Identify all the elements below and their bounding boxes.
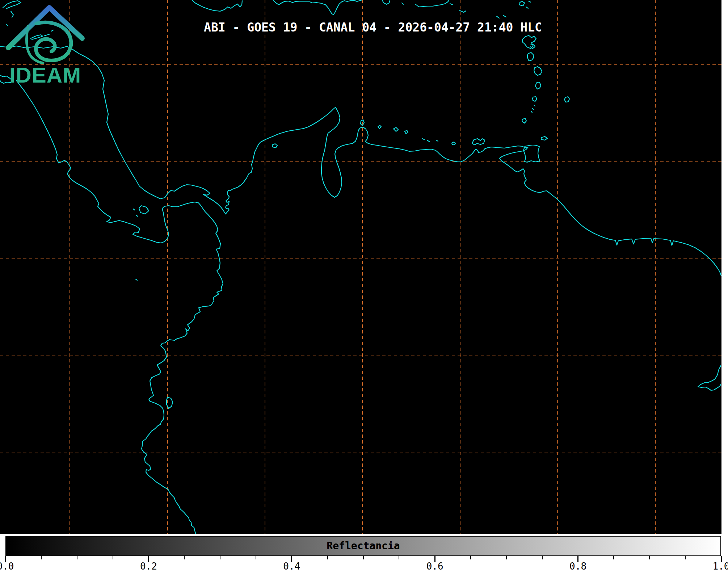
image-title: ABI - GOES 19 - CANAL 04 - 2026-04-27 21… [204,20,542,34]
colorbar-minor-tick [470,556,471,559]
coastline [450,4,453,5]
colorbar-tick-label: 0.8 [569,561,586,571]
latlon-gridlines-layer [0,0,721,534]
coastline [531,112,532,113]
logo-swirl-icon [36,22,71,60]
coastline [382,0,390,4]
coastline [472,139,485,145]
coastline [272,144,277,148]
colorbar-minor-tick [542,556,543,559]
colorbar-minor-tick [41,556,42,559]
coastline [139,206,149,214]
coastline [416,0,449,7]
colorbar-minor-tick [113,556,113,559]
map-layers [0,0,721,534]
colorbar-minor-tick [184,556,185,559]
coastline [504,16,506,17]
colorbar-minor-tick [220,556,220,559]
coastline [460,11,466,12]
colorbar-label: Reflectancia [327,540,400,552]
colorbar-minor-tick [256,556,256,559]
colorbar-tick-label: 0.0 [0,561,14,571]
coastline [541,137,547,140]
coastline [428,140,429,142]
coastline [136,215,138,217]
coastline [273,0,362,15]
colorbar-tick-label: 1.0 [713,561,728,571]
coastline [564,97,569,102]
coastline [422,139,425,140]
coastline [133,209,135,210]
coastline [522,118,526,123]
coastline [402,3,403,4]
colorbar-minor-tick [506,556,507,559]
coastline [527,53,534,61]
colorbar-minor-tick [363,556,364,559]
coastline [533,109,534,110]
colorbar: Reflectancia [5,536,721,556]
coastline [192,0,242,11]
colorbar-minor-tick [399,556,399,559]
coastline [522,35,536,49]
colorbar-tick-label: 0.6 [426,561,443,571]
coastline [0,46,721,276]
coastlines-layer [0,0,721,534]
coastline [378,125,381,129]
coastline [698,366,721,390]
colorbar-minor-tick [649,556,650,559]
coastline [497,16,499,18]
coastline [519,1,525,6]
coastline [436,140,438,141]
colorbar-tick-label: 0.4 [283,561,300,571]
map-canvas: ABI - GOES 19 - CANAL 04 - 2026-04-27 21… [0,0,721,534]
coastline [529,1,531,2]
coastline [136,279,137,280]
colorbar-tick-label: 0.2 [140,561,157,571]
coastline [394,127,398,131]
colorbar-minor-tick [685,556,686,559]
coastline [535,82,541,89]
satellite-image-figure: ABI - GOES 19 - CANAL 04 - 2026-04-27 21… [0,0,728,571]
coastline [452,142,456,145]
ideam-logo-text: IDEAM [9,63,81,85]
colorbar-minor-tick [77,556,77,559]
coastline [533,97,537,101]
coastline [405,130,408,134]
coastline [534,67,542,75]
colorbar-minor-tick [613,556,614,559]
colorbar-minor-tick [327,556,328,559]
coastline [526,7,528,8]
coastline [523,146,540,162]
ideam-logo: IDEAM [0,0,91,85]
coastline [534,105,535,106]
coastline [16,80,223,534]
